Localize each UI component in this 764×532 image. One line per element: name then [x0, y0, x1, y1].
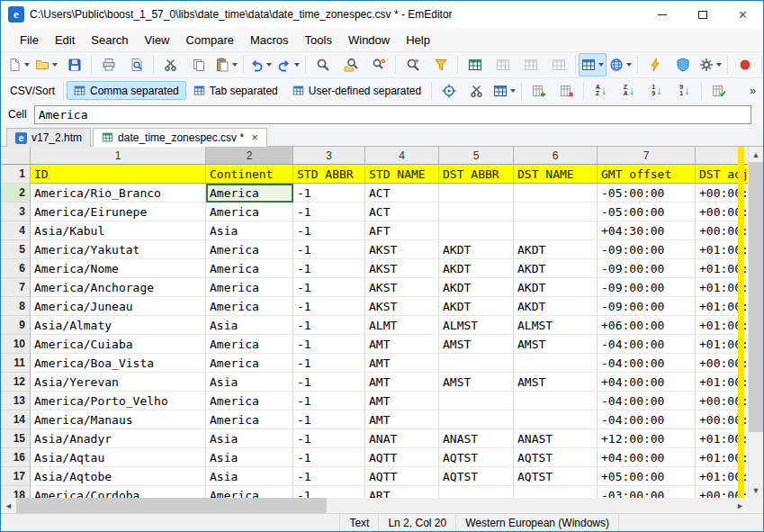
grid-cell[interactable]: DST NAME — [514, 165, 598, 184]
grid-cell[interactable]: America/Cuiaba — [31, 335, 206, 354]
row-number-18[interactable]: 18 — [1, 486, 31, 498]
grid-cell[interactable]: -1 — [293, 429, 365, 448]
grid-cell[interactable]: -1 — [293, 448, 365, 467]
row-number-11[interactable]: 11 — [1, 354, 31, 373]
column-header-1[interactable]: 1 — [31, 147, 206, 165]
grid-cell[interactable] — [439, 392, 514, 410]
sort-num-descending-button[interactable]: 91↓ — [670, 79, 698, 103]
grid-cell[interactable]: -05:00:00 — [598, 203, 696, 221]
grid-cell[interactable]: America — [206, 486, 293, 498]
close-button[interactable]: ✕ — [723, 1, 763, 28]
grid-cell[interactable]: AQTST — [439, 467, 514, 486]
minimize-button[interactable] — [642, 1, 682, 28]
row-number-14[interactable]: 14 — [1, 410, 31, 429]
user-defined-separated-button[interactable]: User-defined separated — [285, 81, 428, 100]
table-tool-2-button[interactable] — [517, 53, 544, 77]
maximize-button[interactable] — [682, 1, 723, 28]
grid-cell[interactable] — [439, 221, 514, 240]
grid-cell[interactable]: AMT — [365, 410, 439, 429]
cell-value-input[interactable] — [34, 105, 751, 124]
menu-view[interactable]: View — [137, 30, 178, 50]
grid-cell[interactable]: -1 — [293, 486, 365, 498]
grid-cell[interactable]: America — [206, 354, 293, 373]
sort-descending-button[interactable]: ZA↓ — [615, 79, 643, 103]
grid-cell[interactable]: America — [206, 410, 293, 429]
grid-cell[interactable]: -1 — [293, 316, 365, 335]
grid-cell[interactable]: AQTST — [514, 467, 598, 486]
grid-cell[interactable]: +04:00:00 — [598, 373, 696, 392]
find-in-files-button[interactable] — [337, 53, 364, 77]
grid-cell[interactable]: AKDT — [514, 278, 598, 297]
grid-cell[interactable]: America/Nome — [31, 259, 206, 278]
grid-cell[interactable]: -04:00:00 — [598, 354, 696, 373]
grid-cell[interactable]: -1 — [293, 467, 365, 486]
grid-cell[interactable] — [439, 486, 514, 498]
grid-cell[interactable] — [514, 184, 598, 203]
grid-cell[interactable]: -1 — [293, 373, 365, 392]
grid-cell[interactable] — [514, 392, 598, 410]
menu-help[interactable]: Help — [398, 30, 438, 50]
record-macro-button[interactable] — [731, 53, 759, 77]
grid-cell[interactable]: ANAST — [514, 429, 598, 448]
horizontal-scroll-thumb[interactable] — [16, 498, 327, 513]
grid-cell[interactable]: -09:00:00 — [598, 240, 696, 259]
grid-cell[interactable]: +04:30:00 — [598, 221, 696, 240]
grid-cell[interactable]: ART — [365, 486, 439, 498]
columns-dropdown-button[interactable] — [490, 79, 518, 103]
scroll-left-icon[interactable]: ◄ — [1, 498, 16, 513]
scroll-up-icon[interactable]: ▲ — [749, 147, 763, 162]
grid-cell[interactable]: +12:00:00 — [598, 429, 696, 448]
row-number-3[interactable]: 3 — [1, 203, 31, 221]
grid-cell[interactable]: Asia/Anadyr — [31, 429, 206, 448]
grid-corner-cell[interactable] — [1, 147, 31, 165]
csv-sort-menu-button[interactable]: CSV/Sort — [4, 85, 60, 97]
grid-cell[interactable]: ANAT — [365, 429, 439, 448]
grid-cell[interactable]: +06:00:00 — [598, 316, 696, 335]
column-header-7[interactable]: 7 — [598, 147, 696, 165]
grid-cell[interactable]: -05:00:00 — [598, 184, 696, 203]
grid-cell[interactable]: -1 — [293, 410, 365, 429]
grid-cell[interactable]: America/Anchorage — [31, 278, 206, 297]
grid-cell[interactable]: AMST — [514, 335, 598, 354]
row-number-4[interactable]: 4 — [1, 221, 31, 240]
print-button[interactable] — [94, 53, 122, 77]
grid-cell[interactable]: AMT — [365, 335, 439, 354]
grid-cell[interactable]: America — [206, 240, 293, 259]
grid-cell[interactable]: -1 — [293, 221, 365, 240]
column-header-3[interactable]: 3 — [293, 147, 365, 165]
row-number-6[interactable]: 6 — [1, 259, 31, 278]
grid-cell[interactable]: Asia — [206, 373, 293, 392]
paste-button[interactable] — [212, 53, 240, 77]
menu-edit[interactable]: Edit — [47, 30, 83, 50]
csv-mode-dropdown-button[interactable] — [579, 53, 607, 77]
column-header-2[interactable]: 2 — [206, 147, 293, 165]
grid-cell[interactable]: Asia — [206, 467, 293, 486]
grid-cell[interactable]: -1 — [293, 184, 365, 203]
row-number-8[interactable]: 8 — [1, 297, 31, 316]
copy-button[interactable] — [184, 53, 212, 77]
tools-dropdown-button[interactable] — [697, 53, 724, 77]
redo-button[interactable] — [274, 53, 302, 77]
grid-cell[interactable]: AQTT — [365, 448, 439, 467]
grid-cell[interactable]: AKDT — [514, 259, 598, 278]
insert-column-button[interactable] — [525, 79, 553, 103]
grid-cell[interactable]: AMST — [439, 335, 514, 354]
grid-cell[interactable]: AKDT — [439, 259, 514, 278]
csv-table-button[interactable] — [461, 53, 489, 77]
row-number-13[interactable]: 13 — [1, 392, 31, 410]
delete-column-button[interactable] — [553, 79, 580, 103]
vertical-scroll-thumb[interactable] — [749, 162, 763, 432]
grid-cell[interactable]: Asia — [206, 448, 293, 467]
grid-cell[interactable] — [514, 203, 598, 221]
grid-cell[interactable]: AKST — [365, 240, 439, 259]
grid-cell[interactable]: -1 — [293, 259, 365, 278]
row-number-5[interactable]: 5 — [1, 240, 31, 259]
encoding-dropdown-button[interactable] — [607, 53, 634, 77]
grid-cell[interactable]: ALMST — [439, 316, 514, 335]
grid-cell[interactable]: AKDT — [439, 297, 514, 316]
grid-cell[interactable]: ACT — [365, 184, 439, 203]
grid-cell[interactable]: AQTST — [439, 448, 514, 467]
grid-cell[interactable]: Asia/Almaty — [31, 316, 206, 335]
menu-tools[interactable]: Tools — [297, 30, 340, 50]
grid-cell[interactable]: Asia — [206, 221, 293, 240]
